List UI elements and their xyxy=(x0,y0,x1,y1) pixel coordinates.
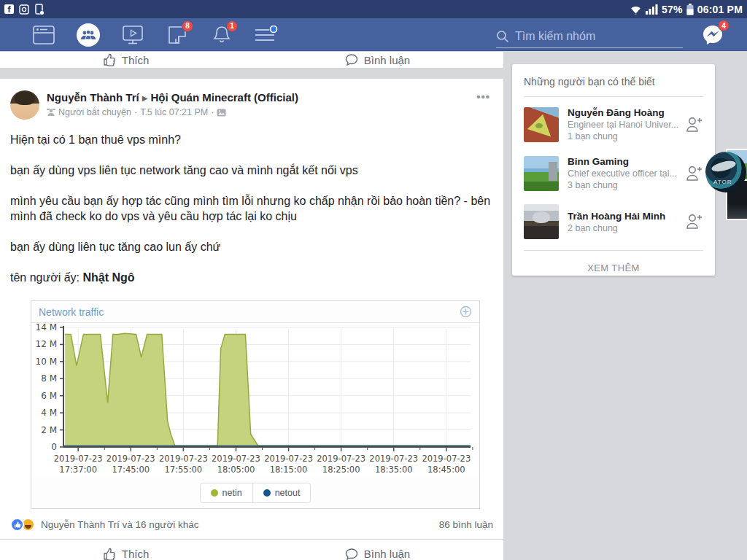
tab-watch[interactable] xyxy=(121,23,144,47)
pymk-avatar[interactable] xyxy=(524,107,559,142)
group-search-field[interactable] xyxy=(496,25,683,48)
search-input[interactable] xyxy=(515,30,661,43)
dot-separator: · xyxy=(134,107,137,117)
previous-post-footer: Thích Bình luận xyxy=(0,52,503,69)
add-friend-button[interactable] xyxy=(681,115,703,134)
comments-count[interactable]: 86 bình luận xyxy=(439,519,493,530)
pymk-name[interactable]: Trần Hoàng Hải Minh xyxy=(568,210,681,222)
comment-bubble-outline-icon xyxy=(345,53,358,66)
name-prefix: tên người ấy: xyxy=(10,271,82,284)
reaction-icons xyxy=(10,518,35,532)
svg-text:2019-07-2318:25:00: 2019-07-2318:25:00 xyxy=(317,454,365,475)
conversation-starter-icon xyxy=(47,109,55,117)
area-chart-plot: 02 M4 M6 M8 M10 M12 M14 M2019-07-2317:37… xyxy=(31,323,479,478)
hamburger-menu-icon xyxy=(254,26,279,44)
svg-text:2019-07-2318:45:00: 2019-07-2318:45:00 xyxy=(422,454,471,475)
svg-text:2 M: 2 M xyxy=(41,425,57,435)
pymk-row[interactable]: Nguyễn Đăng Hoàng Engineer tại Hanoi Uni… xyxy=(524,100,703,149)
add-person-icon xyxy=(684,164,703,183)
post-paragraph-name: tên người ấy: Nhật Ngô xyxy=(10,270,493,285)
network-traffic-chart-image[interactable]: Network traffic 02 M4 M6 M8 M10 M12 M14 … xyxy=(31,300,480,509)
messenger-badge: 4 xyxy=(718,20,729,31)
tab-menu[interactable] xyxy=(255,23,278,47)
pymk-name[interactable]: Binn Gaming xyxy=(568,155,681,168)
svg-text:2019-07-2318:35:00: 2019-07-2318:35:00 xyxy=(369,454,418,475)
divider xyxy=(524,250,703,251)
post-subtitle: Người bắt chuyện · T.5 lúc 07:21 PM · xyxy=(47,107,473,117)
pymk-avatar[interactable] xyxy=(524,156,559,191)
post-header: Nguyễn Thành Trí▶Hội Quán Minecraft (Off… xyxy=(0,79,503,120)
add-person-icon xyxy=(684,115,703,134)
svg-text:2019-07-2318:05:00: 2019-07-2318:05:00 xyxy=(212,454,260,475)
svg-text:0: 0 xyxy=(51,442,57,452)
add-person-icon xyxy=(684,212,703,231)
feed-column: Thích Bình luận Nguyễn Thành Trí▶Hội Quá… xyxy=(0,52,503,560)
add-friend-button[interactable] xyxy=(681,164,703,183)
prev-like-label: Thích xyxy=(122,54,150,66)
chart-legend-row: netinnetout xyxy=(31,478,479,508)
like-label: Thích xyxy=(122,548,150,560)
legend-label: netin xyxy=(222,488,242,498)
prev-comment-button[interactable]: Bình luận xyxy=(252,52,503,68)
post-paragraph: bạn ấy dùng vps liên tục network tăng ca… xyxy=(10,163,493,178)
tab-groups-active[interactable] xyxy=(77,23,100,47)
svg-text:2019-07-2317:37:00: 2019-07-2317:37:00 xyxy=(54,454,103,475)
post-timestamp: T.5 lúc 07:21 PM xyxy=(140,107,208,117)
post-author-avatar[interactable] xyxy=(10,90,39,120)
messenger-button[interactable]: 4 xyxy=(700,23,725,47)
facebook-notification-icon xyxy=(4,4,14,14)
screenshot-notification-icon xyxy=(19,4,29,15)
legend-item-netout[interactable]: netout xyxy=(252,483,311,502)
prev-like-button[interactable]: Thích xyxy=(0,52,252,68)
android-status-bar: 57% 06:01 PM xyxy=(0,0,747,18)
marketplace-badge: 8 xyxy=(182,20,193,32)
like-button[interactable]: Thích xyxy=(0,540,252,560)
pymk-name[interactable]: Nguyễn Đăng Hoàng xyxy=(568,106,681,119)
post-paragraph: bạn ấy dùng liên tục tăng cao lun ấy chứ xyxy=(10,239,493,254)
pymk-mutual-friends: 3 bạn chung xyxy=(568,179,681,191)
chart-title: Network traffic xyxy=(39,306,104,318)
pymk-subtitle: Chief executive officer tại... xyxy=(568,168,681,179)
post-options-button[interactable]: ••• xyxy=(473,90,493,120)
dot-separator: · xyxy=(211,107,214,117)
signal-strength-icon xyxy=(646,4,658,15)
facebook-nav-bar: 8 1 4 xyxy=(0,18,747,51)
people-you-may-know-panel: Những người bạn có thể biết Nguyễn Đăng … xyxy=(512,64,715,276)
tab-news-feed[interactable] xyxy=(32,23,55,47)
comment-label: Bình luận xyxy=(364,548,410,560)
tab-notifications[interactable]: 1 xyxy=(210,23,233,47)
tab-marketplace[interactable]: 8 xyxy=(166,23,189,47)
legend-item-netin[interactable]: netin xyxy=(201,483,252,502)
pymk-avatar[interactable] xyxy=(524,204,559,239)
svg-text:6 M: 6 M xyxy=(41,391,57,401)
thumbs-up-outline-icon xyxy=(103,548,116,560)
add-friend-button[interactable] xyxy=(681,212,703,231)
pymk-row[interactable]: Binn Gaming Chief executive officer tại.… xyxy=(524,149,703,198)
see-more-button[interactable]: XEM THÊM xyxy=(524,254,703,282)
mentioned-person-name[interactable]: Nhật Ngô xyxy=(82,271,134,284)
pymk-subtitle: Engineer tại Hanoi Univer... xyxy=(568,119,681,131)
post-body: Hiện tại có 1 bạn thuê vps mình? bạn ấy … xyxy=(0,120,503,285)
post-footer: Thích Bình luận xyxy=(0,539,503,560)
pymk-row[interactable]: Trần Hoàng Hải Minh 2 bạn chung xyxy=(524,198,703,246)
svg-text:4 M: 4 M xyxy=(41,408,57,418)
post-title: Nguyễn Thành Trí▶Hội Quán Minecraft (Off… xyxy=(47,90,473,105)
comment-bubble-outline-icon xyxy=(345,548,358,560)
comment-button[interactable]: Bình luận xyxy=(252,540,503,560)
search-icon xyxy=(496,30,509,43)
divider xyxy=(524,96,703,97)
legend-label: netout xyxy=(275,488,301,498)
battery-icon xyxy=(686,4,694,15)
svg-text:10 M: 10 M xyxy=(36,357,57,367)
post-group-name[interactable]: Hội Quán Minecraft (Official) xyxy=(150,91,298,104)
messenger-chat-head[interactable] xyxy=(705,152,746,192)
news-feed-icon xyxy=(33,26,55,44)
post-author-name[interactable]: Nguyễn Thành Trí xyxy=(47,91,139,104)
shared-to-arrow-icon: ▶ xyxy=(142,94,148,102)
groups-icon xyxy=(77,23,100,47)
svg-text:2019-07-2317:45:00: 2019-07-2317:45:00 xyxy=(107,454,155,475)
pymk-mutual-friends: 1 bạn chung xyxy=(568,131,681,142)
pymk-title: Những người bạn có thể biết xyxy=(524,74,703,96)
reactions-text[interactable]: Nguyễn Thành Trí và 16 người khác xyxy=(41,519,199,530)
svg-text:12 M: 12 M xyxy=(36,339,57,349)
